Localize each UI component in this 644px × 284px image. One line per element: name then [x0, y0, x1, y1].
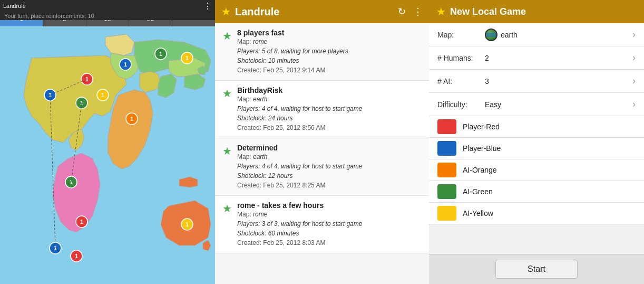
- humans-arrow-icon: ›: [632, 52, 636, 63]
- game-players: Players: 4 of 4, waiting for host to sta…: [237, 162, 362, 171]
- game-map: Map: rome: [237, 37, 348, 46]
- difficulty-value: Easy: [485, 100, 632, 109]
- game-star-icon: ★: [222, 202, 232, 215]
- game-list-panel: ★ Landrule ↻ ⋮ ★ 8 players fast Map: rom…: [215, 0, 429, 284]
- game-shotclock: Shotclock: 24 hours: [237, 113, 362, 123]
- ai-arrow-icon: ›: [632, 75, 636, 87]
- header-left: ★ Landrule: [221, 5, 279, 18]
- map-panel: Landrule ⋮ Your turn, place reinforcemen…: [0, 0, 215, 284]
- game-name: 8 players fast: [237, 29, 348, 37]
- game-info: BirthdayRisk Map: earth Players: 4 of 4,…: [237, 86, 362, 132]
- more-options-icon[interactable]: ⋮: [413, 6, 423, 17]
- game-shotclock: Shotclock: 12 hours: [237, 171, 362, 181]
- game-created: Created: Feb 25, 2012 8:25 AM: [237, 181, 362, 190]
- ai-label: # AI:: [437, 77, 485, 86]
- game-players: Players: 4 of 4, waiting for host to sta…: [237, 104, 362, 113]
- map-header: Landrule ⋮: [0, 0, 215, 12]
- humans-value: 2: [485, 54, 632, 62]
- game-list-title: Landrule: [235, 6, 279, 18]
- map-label: Map:: [437, 31, 485, 39]
- player-row[interactable]: AI-Green: [429, 181, 644, 203]
- map-setting-row[interactable]: Map: earth ›: [429, 23, 644, 46]
- player-name: Player-Red: [463, 122, 500, 131]
- game-list-item[interactable]: ★ 8 players fast Map: rome Players: 5 of…: [215, 23, 429, 81]
- player-name: AI-Yellow: [463, 209, 493, 217]
- player-row[interactable]: AI-Yellow: [429, 203, 644, 224]
- game-list-item[interactable]: ★ Determined Map: earth Players: 4 of 4,…: [215, 138, 429, 196]
- svg-text:1: 1: [124, 61, 127, 68]
- ai-setting-row[interactable]: # AI: 3 ›: [429, 70, 644, 93]
- ai-value: 3: [485, 77, 632, 86]
- difficulty-setting-row[interactable]: Difficulty: Easy ›: [429, 93, 644, 116]
- players-list: Player-Red Player-Blue AI-Orange AI-Gree…: [429, 116, 644, 224]
- menu-dots-icon[interactable]: ⋮: [203, 1, 212, 11]
- svg-text:1: 1: [75, 253, 78, 259]
- start-button-row: Start: [429, 254, 644, 284]
- game-list[interactable]: ★ 8 players fast Map: rome Players: 5 of…: [215, 23, 429, 284]
- map-svg: 1 1 1 1 1 1 1 1 1 1 1: [0, 26, 215, 284]
- map-arrow-icon: ›: [632, 29, 636, 40]
- svg-text:1: 1: [130, 116, 133, 122]
- player-color-box: [437, 163, 456, 177]
- difficulty-arrow-icon: ›: [632, 99, 636, 110]
- humans-label: # Humans:: [437, 54, 485, 62]
- game-players: Players: 3 of 3, waiting for host to sta…: [237, 219, 362, 229]
- game-shotclock: Shotclock: 10 minutes: [237, 56, 348, 65]
- player-row[interactable]: Player-Red: [429, 116, 644, 138]
- game-name: Determined: [237, 144, 362, 152]
- game-list-item[interactable]: ★ BirthdayRisk Map: earth Players: 4 of …: [215, 81, 429, 138]
- game-name: BirthdayRisk: [237, 86, 362, 94]
- player-row[interactable]: AI-Orange: [429, 159, 644, 181]
- refresh-icon[interactable]: ↻: [398, 6, 406, 17]
- start-button[interactable]: Start: [495, 260, 578, 279]
- header-star-icon: ★: [221, 5, 231, 18]
- svg-text:1: 1: [159, 51, 162, 57]
- player-color-box: [437, 119, 456, 134]
- player-color-box: [437, 206, 456, 221]
- new-game-star-icon: ★: [436, 5, 446, 18]
- new-game-header: ★ New Local Game: [429, 0, 644, 23]
- game-created: Created: Feb 25, 2012 9:14 AM: [237, 65, 348, 75]
- game-map: Map: earth: [237, 152, 362, 162]
- map-area[interactable]: 1 1 1 1 1 1 1 1 1 1 1: [0, 26, 215, 284]
- game-star-icon: ★: [222, 87, 232, 100]
- game-map: Map: rome: [237, 210, 362, 219]
- game-info: rome - takes a few hours Map: rome Playe…: [237, 201, 362, 248]
- svg-text:1: 1: [101, 92, 104, 98]
- svg-text:1: 1: [80, 219, 83, 225]
- game-name: rome - takes a few hours: [237, 201, 362, 210]
- map-value-text: earth: [501, 31, 518, 39]
- player-color-box: [437, 141, 456, 156]
- map-title: Landrule: [3, 3, 26, 9]
- player-name: Player-Blue: [463, 144, 501, 153]
- game-list-header: ★ Landrule ↻ ⋮: [215, 0, 429, 23]
- new-game-content: Map: earth › # Humans: 2 › # AI: 3 › Dif…: [429, 23, 644, 254]
- game-created: Created: Feb 25, 2012 8:03 AM: [237, 238, 362, 248]
- game-map: Map: earth: [237, 94, 362, 104]
- game-info: 8 players fast Map: rome Players: 5 of 8…: [237, 29, 348, 75]
- game-players: Players: 5 of 8, waiting for more player…: [237, 46, 348, 56]
- new-game-title: New Local Game: [450, 6, 526, 17]
- game-star-icon: ★: [222, 145, 232, 157]
- difficulty-label: Difficulty:: [437, 100, 485, 109]
- player-name: AI-Green: [463, 187, 493, 196]
- player-name: AI-Orange: [463, 166, 497, 174]
- game-info: Determined Map: earth Players: 4 of 4, w…: [237, 144, 362, 190]
- header-right: ↻ ⋮: [398, 6, 423, 17]
- game-created: Created: Feb 25, 2012 8:56 AM: [237, 123, 362, 132]
- map-value[interactable]: earth: [485, 29, 632, 41]
- map-globe-icon: [485, 29, 497, 41]
- game-shotclock: Shotclock: 60 minutes: [237, 229, 362, 238]
- game-star-icon: ★: [222, 30, 232, 42]
- humans-setting-row[interactable]: # Humans: 2 ›: [429, 46, 644, 70]
- game-list-item[interactable]: ★ rome - takes a few hours Map: rome Pla…: [215, 196, 429, 253]
- svg-text:1: 1: [186, 55, 189, 61]
- player-row[interactable]: Player-Blue: [429, 138, 644, 159]
- new-game-panel: ★ New Local Game Map: earth › # Humans: …: [429, 0, 644, 284]
- svg-text:1: 1: [186, 221, 189, 228]
- player-color-box: [437, 184, 456, 199]
